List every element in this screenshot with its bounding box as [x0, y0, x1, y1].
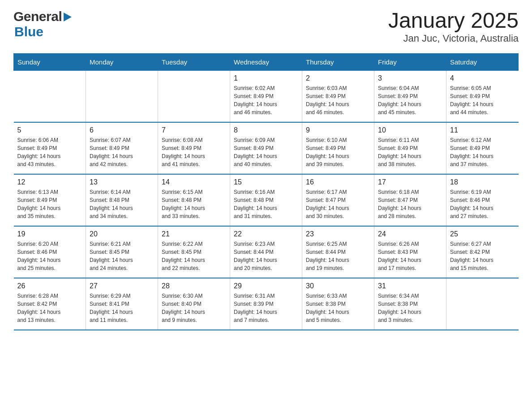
- day-info: Sunrise: 6:09 AM Sunset: 8:49 PM Dayligh…: [234, 136, 298, 168]
- day-number: 12: [17, 178, 82, 186]
- day-number: 15: [234, 178, 298, 186]
- day-number: 14: [162, 178, 226, 186]
- calendar-cell: 14Sunrise: 6:15 AM Sunset: 8:48 PM Dayli…: [158, 174, 230, 226]
- day-info: Sunrise: 6:33 AM Sunset: 8:38 PM Dayligh…: [306, 292, 370, 324]
- calendar-cell: 16Sunrise: 6:17 AM Sunset: 8:47 PM Dayli…: [302, 174, 374, 226]
- calendar-cell: 25Sunrise: 6:27 AM Sunset: 8:42 PM Dayli…: [446, 226, 519, 278]
- day-info: Sunrise: 6:28 AM Sunset: 8:42 PM Dayligh…: [17, 292, 82, 324]
- day-number: 21: [162, 230, 226, 238]
- day-number: 8: [234, 126, 298, 134]
- calendar-cell: 13Sunrise: 6:14 AM Sunset: 8:48 PM Dayli…: [86, 174, 158, 226]
- day-info: Sunrise: 6:17 AM Sunset: 8:47 PM Dayligh…: [306, 188, 370, 220]
- day-info: Sunrise: 6:26 AM Sunset: 8:43 PM Dayligh…: [378, 240, 442, 272]
- day-info: Sunrise: 6:14 AM Sunset: 8:48 PM Dayligh…: [90, 188, 154, 220]
- calendar-cell: [158, 70, 230, 122]
- calendar-cell: 26Sunrise: 6:28 AM Sunset: 8:42 PM Dayli…: [14, 278, 86, 330]
- calendar-cell: 21Sunrise: 6:22 AM Sunset: 8:45 PM Dayli…: [158, 226, 230, 278]
- calendar-cell: 27Sunrise: 6:29 AM Sunset: 8:41 PM Dayli…: [86, 278, 158, 330]
- calendar-header-row: Sunday Monday Tuesday Wednesday Thursday…: [14, 53, 519, 70]
- calendar-cell: 17Sunrise: 6:18 AM Sunset: 8:47 PM Dayli…: [374, 174, 446, 226]
- calendar-cell: 2Sunrise: 6:03 AM Sunset: 8:49 PM Daylig…: [302, 70, 374, 122]
- day-number: 26: [17, 282, 82, 290]
- logo-arrow-icon: [64, 13, 72, 21]
- day-info: Sunrise: 6:07 AM Sunset: 8:49 PM Dayligh…: [90, 136, 154, 168]
- calendar-cell: 5Sunrise: 6:06 AM Sunset: 8:49 PM Daylig…: [14, 122, 86, 174]
- day-info: Sunrise: 6:23 AM Sunset: 8:44 PM Dayligh…: [234, 240, 298, 272]
- day-info: Sunrise: 6:29 AM Sunset: 8:41 PM Dayligh…: [90, 292, 154, 324]
- day-number: 27: [90, 282, 154, 290]
- day-number: 25: [450, 230, 515, 238]
- header-saturday: Saturday: [446, 53, 519, 70]
- day-info: Sunrise: 6:27 AM Sunset: 8:42 PM Dayligh…: [450, 240, 515, 272]
- header-monday: Monday: [86, 53, 158, 70]
- calendar-cell: 9Sunrise: 6:10 AM Sunset: 8:49 PM Daylig…: [302, 122, 374, 174]
- day-number: 16: [306, 178, 370, 186]
- calendar-cell: 30Sunrise: 6:33 AM Sunset: 8:38 PM Dayli…: [302, 278, 374, 330]
- day-number: 31: [378, 282, 442, 290]
- calendar-week-row: 26Sunrise: 6:28 AM Sunset: 8:42 PM Dayli…: [14, 278, 519, 330]
- day-number: 9: [306, 126, 370, 134]
- day-info: Sunrise: 6:10 AM Sunset: 8:49 PM Dayligh…: [306, 136, 370, 168]
- calendar-cell: 8Sunrise: 6:09 AM Sunset: 8:49 PM Daylig…: [230, 122, 302, 174]
- calendar-cell: [14, 70, 86, 122]
- day-info: Sunrise: 6:03 AM Sunset: 8:49 PM Dayligh…: [306, 84, 370, 116]
- calendar-cell: 20Sunrise: 6:21 AM Sunset: 8:45 PM Dayli…: [86, 226, 158, 278]
- day-info: Sunrise: 6:31 AM Sunset: 8:39 PM Dayligh…: [234, 292, 298, 324]
- day-info: Sunrise: 6:25 AM Sunset: 8:44 PM Dayligh…: [306, 240, 370, 272]
- calendar-cell: 4Sunrise: 6:05 AM Sunset: 8:49 PM Daylig…: [446, 70, 519, 122]
- day-number: 22: [234, 230, 298, 238]
- logo: General Blue: [13, 9, 72, 39]
- header-wednesday: Wednesday: [230, 53, 302, 70]
- header-sunday: Sunday: [14, 53, 86, 70]
- calendar-cell: 23Sunrise: 6:25 AM Sunset: 8:44 PM Dayli…: [302, 226, 374, 278]
- day-info: Sunrise: 6:12 AM Sunset: 8:49 PM Dayligh…: [450, 136, 515, 168]
- calendar-week-row: 12Sunrise: 6:13 AM Sunset: 8:49 PM Dayli…: [14, 174, 519, 226]
- calendar-week-row: 1Sunrise: 6:02 AM Sunset: 8:49 PM Daylig…: [14, 70, 519, 122]
- day-info: Sunrise: 6:22 AM Sunset: 8:45 PM Dayligh…: [162, 240, 226, 272]
- day-number: 7: [162, 126, 226, 134]
- calendar-cell: 10Sunrise: 6:11 AM Sunset: 8:49 PM Dayli…: [374, 122, 446, 174]
- calendar-cell: 22Sunrise: 6:23 AM Sunset: 8:44 PM Dayli…: [230, 226, 302, 278]
- calendar-cell: 11Sunrise: 6:12 AM Sunset: 8:49 PM Dayli…: [446, 122, 519, 174]
- calendar-title: January 2025: [388, 9, 519, 33]
- day-info: Sunrise: 6:02 AM Sunset: 8:49 PM Dayligh…: [234, 84, 298, 116]
- calendar-subtitle: Jan Juc, Victoria, Australia: [388, 33, 519, 44]
- calendar-cell: 29Sunrise: 6:31 AM Sunset: 8:39 PM Dayli…: [230, 278, 302, 330]
- day-info: Sunrise: 6:11 AM Sunset: 8:49 PM Dayligh…: [378, 136, 442, 168]
- day-info: Sunrise: 6:05 AM Sunset: 8:49 PM Dayligh…: [450, 84, 515, 116]
- day-info: Sunrise: 6:08 AM Sunset: 8:49 PM Dayligh…: [162, 136, 226, 168]
- calendar-cell: 19Sunrise: 6:20 AM Sunset: 8:46 PM Dayli…: [14, 226, 86, 278]
- day-info: Sunrise: 6:13 AM Sunset: 8:49 PM Dayligh…: [17, 188, 82, 220]
- calendar-cell: 6Sunrise: 6:07 AM Sunset: 8:49 PM Daylig…: [86, 122, 158, 174]
- day-info: Sunrise: 6:20 AM Sunset: 8:46 PM Dayligh…: [17, 240, 82, 272]
- day-info: Sunrise: 6:16 AM Sunset: 8:48 PM Dayligh…: [234, 188, 298, 220]
- calendar-cell: 3Sunrise: 6:04 AM Sunset: 8:49 PM Daylig…: [374, 70, 446, 122]
- day-number: 30: [306, 282, 370, 290]
- day-number: 20: [90, 230, 154, 238]
- calendar-cell: 7Sunrise: 6:08 AM Sunset: 8:49 PM Daylig…: [158, 122, 230, 174]
- day-number: 13: [90, 178, 154, 186]
- day-number: 6: [90, 126, 154, 134]
- day-number: 24: [378, 230, 442, 238]
- day-number: 18: [450, 178, 515, 186]
- calendar-cell: 31Sunrise: 6:34 AM Sunset: 8:38 PM Dayli…: [374, 278, 446, 330]
- day-number: 4: [450, 74, 515, 82]
- day-number: 17: [378, 178, 442, 186]
- day-info: Sunrise: 6:06 AM Sunset: 8:49 PM Dayligh…: [17, 136, 82, 168]
- calendar-week-row: 19Sunrise: 6:20 AM Sunset: 8:46 PM Dayli…: [14, 226, 519, 278]
- day-number: 28: [162, 282, 226, 290]
- calendar-table: Sunday Monday Tuesday Wednesday Thursday…: [13, 53, 519, 330]
- calendar-week-row: 5Sunrise: 6:06 AM Sunset: 8:49 PM Daylig…: [14, 122, 519, 174]
- calendar-cell: 28Sunrise: 6:30 AM Sunset: 8:40 PM Dayli…: [158, 278, 230, 330]
- day-info: Sunrise: 6:21 AM Sunset: 8:45 PM Dayligh…: [90, 240, 154, 272]
- header-tuesday: Tuesday: [158, 53, 230, 70]
- day-info: Sunrise: 6:30 AM Sunset: 8:40 PM Dayligh…: [162, 292, 226, 324]
- day-info: Sunrise: 6:18 AM Sunset: 8:47 PM Dayligh…: [378, 188, 442, 220]
- day-info: Sunrise: 6:04 AM Sunset: 8:49 PM Dayligh…: [378, 84, 442, 116]
- day-info: Sunrise: 6:15 AM Sunset: 8:48 PM Dayligh…: [162, 188, 226, 220]
- day-number: 1: [234, 74, 298, 82]
- day-number: 23: [306, 230, 370, 238]
- calendar-cell: 18Sunrise: 6:19 AM Sunset: 8:46 PM Dayli…: [446, 174, 519, 226]
- calendar-cell: 24Sunrise: 6:26 AM Sunset: 8:43 PM Dayli…: [374, 226, 446, 278]
- day-info: Sunrise: 6:34 AM Sunset: 8:38 PM Dayligh…: [378, 292, 442, 324]
